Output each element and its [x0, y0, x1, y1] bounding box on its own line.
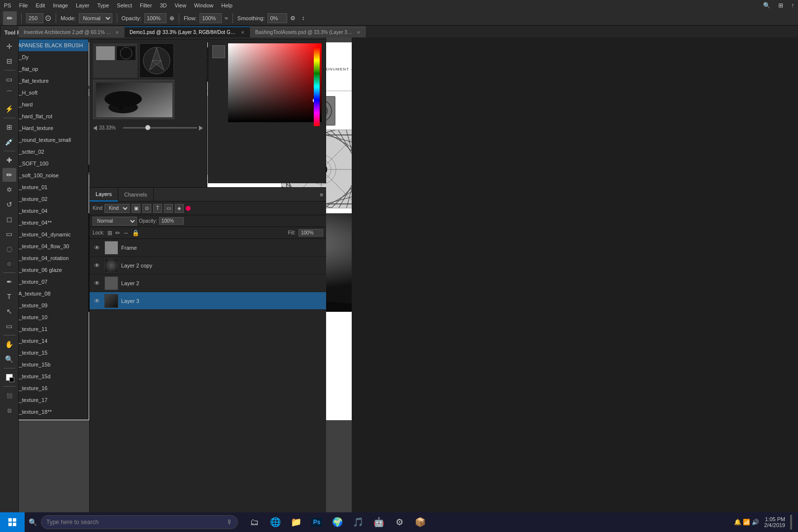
fill-value-input[interactable]: [299, 229, 323, 236]
taskbar-music-icon[interactable]: 🎵: [349, 512, 367, 532]
pen-tool[interactable]: ✒: [2, 275, 16, 289]
menu-filter[interactable]: Filter: [140, 2, 152, 8]
layer-frame-visibility[interactable]: 👁: [93, 243, 101, 252]
tab-bashing[interactable]: BashingToolAssets.psd @ 33.3% (Layer 30 …: [250, 27, 366, 37]
menu-image[interactable]: Image: [53, 2, 68, 8]
filter-type-icon[interactable]: T: [153, 204, 162, 213]
artboard-tool[interactable]: ⊟: [2, 54, 16, 68]
tab-demo1-close[interactable]: ✕: [241, 30, 245, 35]
zoom-tool[interactable]: 🔍: [2, 352, 16, 366]
blend-mode-select[interactable]: Normal Multiply: [93, 217, 137, 226]
color-picker-area[interactable]: [208, 39, 326, 133]
screen-mode[interactable]: ⊡: [2, 403, 16, 417]
menu-share-icon[interactable]: ↑: [791, 2, 794, 9]
layers-panel-menu[interactable]: ≡: [317, 192, 326, 198]
brush-tool[interactable]: ✏: [2, 168, 16, 182]
taskbar-settings-icon[interactable]: ⚙: [391, 512, 408, 532]
opacity-value-input[interactable]: [159, 217, 184, 225]
mode-select[interactable]: Normal Multiply Screen: [79, 13, 112, 23]
lock-position-icon[interactable]: ✏: [115, 230, 120, 236]
layer-item-layer2[interactable]: 👁 Layer 2: [90, 274, 326, 292]
menu-select[interactable]: Select: [117, 2, 132, 8]
marquee-tool[interactable]: ▭: [2, 72, 16, 86]
brush-size-icon[interactable]: ⊙: [45, 13, 51, 23]
opacity-icon[interactable]: ⊕: [169, 15, 174, 22]
healing-brush-tool[interactable]: ✚: [2, 153, 16, 167]
flow-icon[interactable]: ≈: [225, 15, 228, 22]
filter-kind-select[interactable]: Kind: [104, 204, 130, 213]
layer-item-layer3[interactable]: 👁 Layer 3: [90, 292, 326, 310]
filter-shape-icon[interactable]: ▭: [164, 204, 173, 213]
menu-file[interactable]: File: [19, 2, 28, 8]
menu-view[interactable]: View: [174, 2, 186, 8]
lock-pixels-icon[interactable]: ⊞: [107, 230, 112, 236]
gradient-tool[interactable]: ▭: [2, 227, 16, 241]
color-hue-slider[interactable]: [314, 47, 320, 126]
layer-item-layer2copy[interactable]: 👁 Layer 2 copy: [90, 257, 326, 274]
move-tool[interactable]: ✛: [2, 39, 16, 53]
history-brush-tool[interactable]: ↺: [2, 198, 16, 211]
menu-edit[interactable]: Edit: [35, 2, 45, 8]
tab-bashing-close[interactable]: ✕: [357, 30, 361, 35]
dodge-tool[interactable]: ○: [2, 257, 16, 270]
layer-2-visibility[interactable]: 👁: [93, 279, 101, 288]
zoom-slider[interactable]: [123, 127, 197, 129]
opacity-input[interactable]: [144, 13, 166, 23]
eyedropper-tool[interactable]: 💉: [2, 135, 16, 149]
filter-pixel-icon[interactable]: ▣: [132, 204, 140, 213]
tab-demo1[interactable]: Demo1.psd @ 33.3% (Layer 3, RGB/8#/Dot G…: [125, 27, 250, 37]
hand-tool[interactable]: ✋: [2, 337, 16, 351]
quick-mask-mode[interactable]: ⬛: [2, 389, 16, 402]
foreground-bg-swatches[interactable]: [2, 370, 16, 384]
blur-tool[interactable]: ◌: [2, 242, 16, 256]
flow-input[interactable]: [200, 13, 222, 23]
start-button[interactable]: [0, 512, 25, 532]
tab-inventive-close[interactable]: ✕: [115, 30, 119, 35]
eraser-tool[interactable]: ◻: [2, 212, 16, 226]
layers-tab[interactable]: Layers: [90, 188, 118, 201]
magic-wand-tool[interactable]: ⚡: [2, 102, 16, 116]
stamp-tool[interactable]: ✡: [2, 183, 16, 197]
filter-adjust-icon[interactable]: ⊙: [142, 204, 151, 213]
type-tool[interactable]: T: [2, 290, 16, 303]
lock-all-icon[interactable]: 🔒: [132, 230, 139, 236]
layer-3-visibility[interactable]: 👁: [93, 297, 101, 305]
filter-smart-icon[interactable]: ◈: [175, 204, 184, 213]
taskbar-mic-icon[interactable]: 🎙: [227, 519, 233, 526]
shape-tool[interactable]: ▭: [2, 319, 16, 333]
menu-ps[interactable]: PS: [4, 2, 11, 8]
smoothing-input[interactable]: [267, 13, 287, 23]
taskbar-search-box[interactable]: Type here to search 🎙: [41, 515, 238, 529]
brush-tool-icon[interactable]: ✏: [3, 11, 17, 25]
channels-tab[interactable]: Channels: [118, 188, 153, 201]
taskbar-extra-icon[interactable]: 📦: [411, 512, 429, 532]
taskbar-chrome-icon[interactable]: 🌐: [266, 512, 284, 532]
menu-search-icon[interactable]: 🔍: [763, 2, 770, 9]
lock-artboard-icon[interactable]: ↔: [123, 230, 129, 236]
zoom-out-btn[interactable]: [93, 126, 97, 131]
menu-layer[interactable]: Layer: [76, 2, 90, 8]
brush-size-input[interactable]: [26, 13, 43, 23]
menu-3d[interactable]: 3D: [160, 2, 166, 8]
smoothing-settings-icon[interactable]: ⚙: [290, 15, 296, 22]
menu-window[interactable]: Window: [194, 2, 213, 8]
taskbar-ps-icon[interactable]: Ps: [308, 512, 326, 532]
menu-type[interactable]: Type: [98, 2, 109, 8]
taskbar-browser-icon2[interactable]: 🌍: [329, 512, 346, 532]
path-selection-tool[interactable]: ↖: [2, 304, 16, 318]
pressure-icon[interactable]: ↕: [301, 15, 304, 22]
lasso-tool[interactable]: ⌒: [2, 87, 16, 101]
layer-item-frame[interactable]: 👁 Frame: [90, 239, 326, 257]
menu-layout-icon[interactable]: ⊞: [778, 2, 783, 9]
zoom-in-btn[interactable]: [199, 126, 203, 131]
color-swatch[interactable]: [212, 45, 225, 58]
taskbar-android-icon[interactable]: 🤖: [370, 512, 388, 532]
tab-inventive[interactable]: Inventive Architecture 2.pdf @ 60.1% (La…: [19, 27, 125, 37]
layer-2copy-visibility[interactable]: 👁: [93, 261, 101, 270]
menu-help[interactable]: Help: [221, 2, 233, 8]
color-gradient-picker[interactable]: [228, 43, 322, 122]
taskbar-files-icon[interactable]: 📁: [287, 512, 305, 532]
show-desktop-btn[interactable]: [790, 515, 792, 530]
taskbar-explorer-icon[interactable]: 🗂: [246, 512, 264, 532]
crop-tool[interactable]: ⊞: [2, 120, 16, 134]
